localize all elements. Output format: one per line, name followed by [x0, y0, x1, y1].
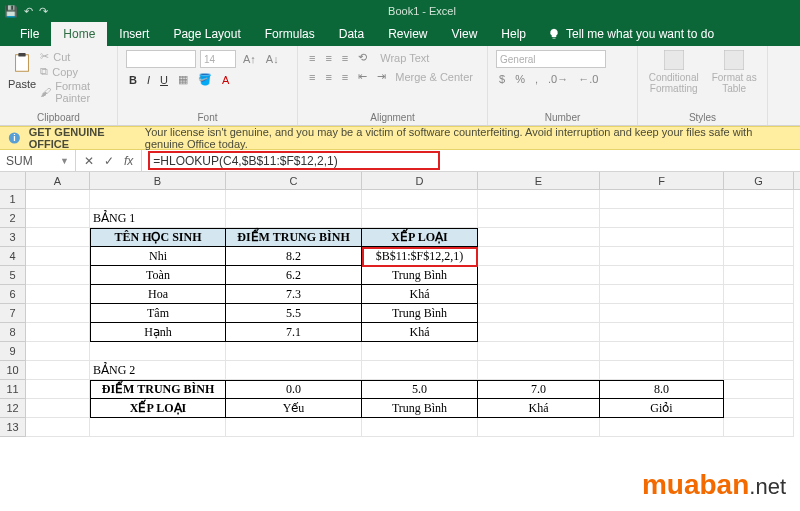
fx-icon[interactable]: fx: [124, 154, 133, 168]
col-header[interactable]: E: [478, 172, 600, 189]
tab-data[interactable]: Data: [327, 22, 376, 46]
row-header[interactable]: 4: [0, 247, 26, 266]
select-all-corner[interactable]: [0, 172, 26, 189]
orientation-icon[interactable]: ⟲: [355, 50, 370, 65]
percent-icon[interactable]: %: [512, 72, 528, 86]
number-format-select[interactable]: General: [496, 50, 606, 68]
cell[interactable]: 7.3: [226, 285, 362, 304]
conditional-formatting-button[interactable]: Conditional Formatting: [646, 50, 701, 94]
cell[interactable]: 6.2: [226, 266, 362, 285]
enter-icon[interactable]: ✓: [104, 154, 114, 168]
tab-page-layout[interactable]: Page Layout: [161, 22, 252, 46]
align-left-icon[interactable]: ≡: [306, 70, 318, 84]
cell[interactable]: TÊN HỌC SINH: [90, 228, 226, 247]
tab-review[interactable]: Review: [376, 22, 439, 46]
bold-button[interactable]: B: [126, 73, 140, 87]
cell[interactable]: Nhi: [90, 247, 226, 266]
cancel-icon[interactable]: ✕: [84, 154, 94, 168]
cell[interactable]: XẾP LOẠI: [90, 399, 226, 418]
row-header[interactable]: 10: [0, 361, 26, 380]
font-color-button[interactable]: A: [219, 73, 232, 87]
tab-home[interactable]: Home: [51, 22, 107, 46]
cell[interactable]: Hạnh: [90, 323, 226, 342]
cell[interactable]: BẢNG 2: [90, 361, 226, 380]
cell[interactable]: ĐIỂM TRUNG BÌNH: [226, 228, 362, 247]
row-header[interactable]: 1: [0, 190, 26, 209]
format-as-table-button[interactable]: Format as Table: [709, 50, 759, 94]
cell[interactable]: 8.0: [600, 380, 724, 399]
tab-insert[interactable]: Insert: [107, 22, 161, 46]
align-top-icon[interactable]: ≡: [306, 51, 318, 65]
tab-formulas[interactable]: Formulas: [253, 22, 327, 46]
align-bottom-icon[interactable]: ≡: [339, 51, 351, 65]
align-right-icon[interactable]: ≡: [339, 70, 351, 84]
cut-button[interactable]: ✂Cut: [40, 50, 109, 63]
currency-icon[interactable]: $: [496, 72, 508, 86]
formula-input[interactable]: =HLOOKUP(C4,$B$11:$F$12,2,1): [142, 150, 800, 171]
row-header[interactable]: 3: [0, 228, 26, 247]
undo-icon[interactable]: ↶: [24, 5, 33, 18]
fill-color-button[interactable]: 🪣: [195, 72, 215, 87]
indent-inc-icon[interactable]: ⇥: [374, 69, 389, 84]
row-header[interactable]: 11: [0, 380, 26, 399]
merge-center-button[interactable]: Merge & Center: [395, 71, 473, 83]
cell[interactable]: Toàn: [90, 266, 226, 285]
tab-view[interactable]: View: [440, 22, 490, 46]
cell-active[interactable]: $B$11:$F$12,2,1): [362, 247, 478, 266]
align-center-icon[interactable]: ≡: [322, 70, 334, 84]
align-middle-icon[interactable]: ≡: [322, 51, 334, 65]
copy-button[interactable]: ⧉Copy: [40, 65, 109, 78]
tell-me[interactable]: Tell me what you want to do: [538, 22, 724, 46]
indent-dec-icon[interactable]: ⇤: [355, 69, 370, 84]
cell[interactable]: ĐIỂM TRUNG BÌNH: [90, 380, 226, 399]
cell[interactable]: Hoa: [90, 285, 226, 304]
borders-button[interactable]: ▦: [175, 72, 191, 87]
redo-icon[interactable]: ↷: [39, 5, 48, 18]
wrap-text-button[interactable]: Wrap Text: [380, 52, 429, 64]
italic-button[interactable]: I: [144, 73, 153, 87]
col-header[interactable]: D: [362, 172, 478, 189]
paste-button[interactable]: Paste: [8, 50, 36, 104]
cell[interactable]: BẢNG 1: [90, 209, 226, 228]
cell[interactable]: Trung Bình: [362, 399, 478, 418]
cell[interactable]: Yếu: [226, 399, 362, 418]
cell[interactable]: 7.0: [478, 380, 600, 399]
row-header[interactable]: 9: [0, 342, 26, 361]
save-icon[interactable]: 💾: [4, 5, 18, 18]
col-header[interactable]: C: [226, 172, 362, 189]
cell[interactable]: Trung Bình: [362, 304, 478, 323]
cell[interactable]: XẾP LOẠI: [362, 228, 478, 247]
grow-font-icon[interactable]: A↑: [240, 52, 259, 66]
font-size-select[interactable]: 14: [200, 50, 236, 68]
cell[interactable]: Khá: [478, 399, 600, 418]
row-header[interactable]: 5: [0, 266, 26, 285]
cell[interactable]: 0.0: [226, 380, 362, 399]
row-header[interactable]: 7: [0, 304, 26, 323]
cell[interactable]: 5.0: [362, 380, 478, 399]
col-header[interactable]: G: [724, 172, 794, 189]
row-header[interactable]: 12: [0, 399, 26, 418]
cell[interactable]: Khá: [362, 285, 478, 304]
shrink-font-icon[interactable]: A↓: [263, 52, 282, 66]
row-header[interactable]: 13: [0, 418, 26, 437]
tab-file[interactable]: File: [8, 22, 51, 46]
row-header[interactable]: 6: [0, 285, 26, 304]
cell[interactable]: 5.5: [226, 304, 362, 323]
col-header[interactable]: B: [90, 172, 226, 189]
format-painter-button[interactable]: 🖌Format Painter: [40, 80, 109, 104]
tab-help[interactable]: Help: [489, 22, 538, 46]
cell-grid[interactable]: BẢNG 1 TÊN HỌC SINHĐIỂM TRUNG BÌNHXẾP LO…: [26, 190, 794, 437]
name-box[interactable]: SUM▼: [0, 150, 76, 171]
inc-decimal-icon[interactable]: .0→: [545, 72, 571, 86]
row-header[interactable]: 8: [0, 323, 26, 342]
comma-icon[interactable]: ,: [532, 72, 541, 86]
cell[interactable]: Tâm: [90, 304, 226, 323]
cell[interactable]: Giỏi: [600, 399, 724, 418]
cell[interactable]: 7.1: [226, 323, 362, 342]
dec-decimal-icon[interactable]: ←.0: [575, 72, 601, 86]
row-header[interactable]: 2: [0, 209, 26, 228]
col-header[interactable]: F: [600, 172, 724, 189]
cell[interactable]: Khá: [362, 323, 478, 342]
underline-button[interactable]: U: [157, 73, 171, 87]
font-name-select[interactable]: [126, 50, 196, 68]
